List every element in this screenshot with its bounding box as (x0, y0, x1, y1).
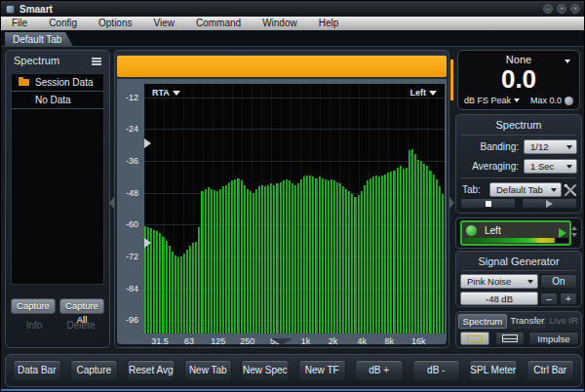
bottom-button-db-[interactable]: dB - (412, 360, 461, 381)
bottom-button-reset-avg[interactable]: Reset Avg (127, 360, 176, 381)
menu-item-options[interactable]: Options (88, 17, 142, 30)
measurement-mode-panel: SpectrumTransferLive IR Impulse (455, 311, 582, 348)
spectrum-bar (280, 182, 282, 333)
split-view-button[interactable] (495, 332, 525, 345)
y-tick-label: -84 (126, 284, 138, 294)
list-item-session-data[interactable]: Session Data (12, 74, 103, 92)
averaging-value: 1 Sec (530, 161, 554, 172)
bottom-button-data-bar[interactable]: Data Bar (13, 360, 61, 381)
spectrum-bar (375, 176, 377, 333)
spectrograph-view-button[interactable] (460, 332, 489, 345)
spectrum-bar (264, 186, 266, 333)
y-tick-label: -96 (126, 315, 138, 325)
bottom-button-new-tf[interactable]: New TF (298, 360, 347, 381)
spectrum-bar (411, 149, 413, 333)
menu-item-help[interactable]: Help (308, 17, 350, 30)
spectrum-bar (166, 241, 168, 333)
minimize-icon[interactable]: – (543, 4, 553, 14)
spectrum-bar (186, 250, 188, 333)
banding-dropdown[interactable]: 1/12 (524, 139, 577, 154)
averaging-dropdown[interactable]: 1 Sec (524, 159, 577, 174)
list-item-no-data[interactable]: No Data (12, 92, 103, 109)
spectrum-bar (156, 231, 158, 333)
plot-area[interactable]: RTA Left (144, 84, 445, 333)
plot-channel-selector[interactable]: Left (410, 88, 438, 98)
title-bar[interactable]: Smaart – + × (1, 1, 585, 17)
bottom-button-spl-meter[interactable]: SPL Meter (469, 360, 518, 381)
menu-item-config[interactable]: Config (38, 17, 88, 30)
tab-dropdown[interactable]: Default Tab (489, 182, 562, 197)
capture-button[interactable]: Capture (11, 298, 56, 314)
chevron-down-icon[interactable] (565, 59, 570, 63)
reset-max-button[interactable] (565, 97, 573, 105)
mode-tab-spectrum[interactable]: Spectrum (458, 314, 507, 329)
bottom-button-ctrl-bar[interactable]: Ctrl Bar (526, 360, 575, 381)
stop-button[interactable] (460, 198, 516, 209)
threshold-marker-icon[interactable] (144, 238, 151, 248)
spectrum-bar (429, 171, 431, 333)
spectrum-bar (315, 178, 317, 333)
spectrum-bar (364, 185, 366, 334)
bottom-button-db-[interactable]: dB + (355, 360, 404, 381)
tab-default-tab[interactable]: Default Tab (5, 32, 73, 47)
plot-type-selector[interactable]: RTA (152, 88, 180, 98)
impulse-button[interactable]: Impulse (528, 332, 579, 345)
x-axis-labels: 31.5631252505001k2k4k8k16k (144, 336, 445, 348)
spectrum-bar (241, 180, 243, 333)
signal-clip-indicator-bar (117, 56, 447, 77)
menu-item-command[interactable]: Command (185, 17, 252, 30)
hamburger-menu-icon[interactable] (92, 58, 101, 66)
tab-settings-tools-icon[interactable] (563, 182, 578, 198)
window-title: Smaart (20, 4, 53, 15)
signal-led-icon (466, 225, 477, 236)
sidebar-title: Spectrum (14, 55, 59, 66)
x-tick-label: 31.5 (151, 336, 169, 346)
maximize-icon[interactable]: + (557, 4, 566, 14)
generator-on-button[interactable]: On (540, 274, 577, 289)
expand-down-arrow-icon[interactable] (271, 338, 292, 345)
level-plus-button[interactable]: + (560, 293, 577, 305)
capture-all-button[interactable]: Capture All (59, 298, 104, 314)
chevron-down-icon (551, 188, 557, 192)
meter-play-icon (559, 228, 566, 238)
bottom-button-new-tab[interactable]: New Tab (184, 360, 233, 381)
spectrum-bar (267, 185, 269, 334)
spectrum-controls-title: Spectrum (456, 119, 581, 131)
spectrum-bar (420, 161, 422, 333)
mode-tab-live-ir[interactable]: Live IR (548, 314, 579, 329)
bottom-button-new-spec[interactable]: New Spec (241, 360, 290, 381)
folder-icon (19, 79, 29, 86)
level-readout: None 0.0 dB FS Peak Max 0.0 (457, 50, 580, 110)
y-tick-label: -12 (126, 93, 138, 102)
tab-value: Default Tab (496, 184, 543, 195)
threshold-marker-icon[interactable] (144, 138, 151, 148)
menu-item-view[interactable]: View (143, 17, 186, 30)
bottom-button-capture[interactable]: Capture (70, 360, 119, 381)
split-rect-icon (502, 334, 518, 342)
spectrum-bar (250, 191, 252, 333)
spectrum-bar (244, 185, 246, 334)
chevron-down-icon (527, 280, 533, 284)
generator-type-dropdown[interactable]: Pink Noise (460, 274, 538, 289)
readout-unit-select[interactable]: dB FS Peak (464, 96, 511, 105)
mode-tab-transfer[interactable]: Transfer (509, 314, 546, 329)
input-select-spinner[interactable] (571, 226, 577, 237)
averaging-row: Averaging: 1 Sec (456, 158, 581, 174)
level-minus-button[interactable]: – (540, 293, 558, 305)
spin-down-icon (571, 233, 577, 237)
banding-label: Banding: (456, 141, 519, 152)
bottom-control-bar: Data BarCaptureReset AvgNew TabNew SpecN… (5, 354, 582, 387)
divider (461, 135, 576, 136)
tab-row: Tab: Default Tab (456, 181, 581, 198)
menu-item-file[interactable]: File (1, 17, 38, 30)
menu-item-window[interactable]: Window (252, 17, 308, 30)
spectrum-bar (198, 227, 200, 333)
play-button[interactable] (522, 198, 577, 209)
spectrum-bar (153, 230, 155, 333)
generator-level-field[interactable]: -48 dB (460, 292, 538, 305)
spectrum-bar (172, 252, 174, 333)
input-meter[interactable]: Left (460, 220, 571, 246)
spectrum-bar (306, 176, 308, 333)
close-icon[interactable]: × (570, 4, 580, 14)
chevron-down-icon (566, 165, 572, 169)
